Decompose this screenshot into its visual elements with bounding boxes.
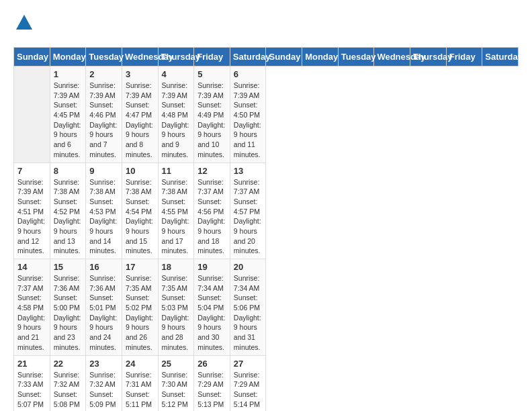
- day-info: Sunrise: 7:29 AMSunset: 5:13 PMDaylight:…: [197, 370, 226, 412]
- day-cell: 27Sunrise: 7:29 AMSunset: 5:14 PMDayligh…: [230, 355, 266, 411]
- day-cell: 21Sunrise: 7:33 AMSunset: 5:07 PMDayligh…: [14, 355, 50, 411]
- day-number: 11: [162, 166, 191, 176]
- day-number: 18: [162, 262, 191, 272]
- day-info: Sunrise: 7:34 AMSunset: 5:06 PMDaylight:…: [234, 273, 263, 353]
- page-header: [13, 13, 519, 36]
- day-cell: 16Sunrise: 7:36 AMSunset: 5:01 PMDayligh…: [86, 259, 122, 356]
- day-number: 25: [162, 359, 191, 369]
- day-info: Sunrise: 7:39 AMSunset: 4:49 PMDaylight:…: [197, 81, 226, 160]
- col-header-thursday: Thursday: [158, 48, 194, 66]
- day-number: 5: [197, 69, 226, 79]
- col-header-monday: Monday: [50, 48, 86, 66]
- week-row-4: 21Sunrise: 7:33 AMSunset: 5:07 PMDayligh…: [14, 355, 519, 411]
- week-row-2: 7Sunrise: 7:39 AMSunset: 4:51 PMDaylight…: [14, 163, 519, 259]
- day-number: 19: [197, 262, 226, 272]
- col-header-sunday: Sunday: [266, 48, 302, 66]
- day-number: 17: [126, 262, 154, 272]
- day-info: Sunrise: 7:33 AMSunset: 5:07 PMDaylight:…: [17, 370, 46, 412]
- day-info: Sunrise: 7:30 AMSunset: 5:12 PMDaylight:…: [162, 370, 191, 412]
- header-row: SundayMondayTuesdayWednesdayThursdayFrid…: [14, 48, 519, 66]
- day-info: Sunrise: 7:39 AMSunset: 4:51 PMDaylight:…: [17, 177, 46, 257]
- day-number: 4: [162, 69, 191, 79]
- day-info: Sunrise: 7:39 AMSunset: 4:47 PMDaylight:…: [126, 81, 154, 160]
- day-cell: 2Sunrise: 7:39 AMSunset: 4:46 PMDaylight…: [86, 66, 122, 163]
- day-number: 16: [89, 262, 118, 272]
- day-cell: 20Sunrise: 7:34 AMSunset: 5:06 PMDayligh…: [230, 259, 266, 356]
- col-header-monday: Monday: [302, 48, 339, 66]
- day-number: 6: [234, 69, 263, 79]
- week-row-3: 14Sunrise: 7:37 AMSunset: 4:58 PMDayligh…: [14, 259, 519, 356]
- day-cell: 11Sunrise: 7:38 AMSunset: 4:55 PMDayligh…: [158, 163, 194, 259]
- col-header-thursday: Thursday: [410, 48, 447, 66]
- col-header-friday: Friday: [194, 48, 230, 66]
- day-number: 15: [54, 262, 83, 272]
- day-number: 27: [234, 359, 263, 369]
- day-number: 7: [17, 166, 46, 176]
- logo-icon: [15, 13, 34, 32]
- day-cell: 4Sunrise: 7:39 AMSunset: 4:48 PMDaylight…: [158, 66, 194, 163]
- day-info: Sunrise: 7:39 AMSunset: 4:46 PMDaylight:…: [89, 81, 118, 160]
- day-info: Sunrise: 7:32 AMSunset: 5:08 PMDaylight:…: [54, 370, 83, 412]
- day-cell: 13Sunrise: 7:37 AMSunset: 4:57 PMDayligh…: [230, 163, 266, 259]
- day-cell: 26Sunrise: 7:29 AMSunset: 5:13 PMDayligh…: [194, 355, 230, 411]
- day-cell: 8Sunrise: 7:38 AMSunset: 4:52 PMDaylight…: [50, 163, 86, 259]
- day-cell: 9Sunrise: 7:38 AMSunset: 4:53 PMDaylight…: [86, 163, 122, 259]
- day-info: Sunrise: 7:39 AMSunset: 4:45 PMDaylight:…: [54, 81, 83, 160]
- day-cell: 12Sunrise: 7:37 AMSunset: 4:56 PMDayligh…: [194, 163, 230, 259]
- day-number: 3: [126, 69, 154, 79]
- col-header-friday: Friday: [446, 48, 482, 66]
- day-number: 13: [234, 166, 263, 176]
- day-number: 2: [89, 69, 118, 79]
- col-header-sunday: Sunday: [14, 48, 50, 66]
- day-number: 26: [197, 359, 226, 369]
- day-cell: 3Sunrise: 7:39 AMSunset: 4:47 PMDaylight…: [122, 66, 158, 163]
- col-header-saturday: Saturday: [482, 48, 519, 66]
- day-info: Sunrise: 7:37 AMSunset: 4:57 PMDaylight:…: [234, 177, 263, 257]
- day-number: 10: [126, 166, 154, 176]
- day-cell: 19Sunrise: 7:34 AMSunset: 5:04 PMDayligh…: [194, 259, 230, 356]
- col-header-tuesday: Tuesday: [86, 48, 122, 66]
- day-info: Sunrise: 7:39 AMSunset: 4:50 PMDaylight:…: [234, 81, 263, 160]
- day-cell: 6Sunrise: 7:39 AMSunset: 4:50 PMDaylight…: [230, 66, 266, 163]
- day-info: Sunrise: 7:38 AMSunset: 4:52 PMDaylight:…: [54, 177, 83, 257]
- day-info: Sunrise: 7:32 AMSunset: 5:09 PMDaylight:…: [89, 370, 118, 412]
- day-number: 21: [17, 359, 46, 369]
- day-number: 23: [89, 359, 118, 369]
- svg-marker-0: [16, 15, 32, 30]
- day-info: Sunrise: 7:34 AMSunset: 5:04 PMDaylight:…: [197, 273, 226, 353]
- day-info: Sunrise: 7:37 AMSunset: 4:58 PMDaylight:…: [17, 273, 46, 353]
- day-cell: 18Sunrise: 7:35 AMSunset: 5:03 PMDayligh…: [158, 259, 194, 356]
- col-header-wednesday: Wednesday: [122, 48, 158, 66]
- day-number: 12: [197, 166, 226, 176]
- day-number: 20: [234, 262, 263, 272]
- day-cell: 22Sunrise: 7:32 AMSunset: 5:08 PMDayligh…: [50, 355, 86, 411]
- col-header-saturday: Saturday: [230, 48, 266, 66]
- day-cell: 23Sunrise: 7:32 AMSunset: 5:09 PMDayligh…: [86, 355, 122, 411]
- week-row-1: 1Sunrise: 7:39 AMSunset: 4:45 PMDaylight…: [14, 66, 519, 163]
- day-number: 9: [89, 166, 118, 176]
- day-cell: 14Sunrise: 7:37 AMSunset: 4:58 PMDayligh…: [14, 259, 50, 356]
- day-info: Sunrise: 7:35 AMSunset: 5:03 PMDaylight:…: [162, 273, 191, 353]
- day-info: Sunrise: 7:39 AMSunset: 4:48 PMDaylight:…: [162, 81, 191, 160]
- day-number: 22: [54, 359, 83, 369]
- logo: [13, 13, 34, 36]
- day-info: Sunrise: 7:38 AMSunset: 4:53 PMDaylight:…: [89, 177, 118, 257]
- day-info: Sunrise: 7:37 AMSunset: 4:56 PMDaylight:…: [197, 177, 226, 257]
- col-header-tuesday: Tuesday: [338, 48, 374, 66]
- calendar-table: SundayMondayTuesdayWednesdayThursdayFrid…: [13, 47, 519, 411]
- day-info: Sunrise: 7:31 AMSunset: 5:11 PMDaylight:…: [126, 370, 154, 412]
- day-cell: 5Sunrise: 7:39 AMSunset: 4:49 PMDaylight…: [194, 66, 230, 163]
- day-number: 1: [54, 69, 83, 79]
- day-cell: 10Sunrise: 7:38 AMSunset: 4:54 PMDayligh…: [122, 163, 158, 259]
- day-cell: 24Sunrise: 7:31 AMSunset: 5:11 PMDayligh…: [122, 355, 158, 411]
- day-cell: 15Sunrise: 7:36 AMSunset: 5:00 PMDayligh…: [50, 259, 86, 356]
- day-cell: [14, 66, 50, 163]
- day-info: Sunrise: 7:36 AMSunset: 5:00 PMDaylight:…: [54, 273, 83, 353]
- day-number: 14: [17, 262, 46, 272]
- day-info: Sunrise: 7:38 AMSunset: 4:54 PMDaylight:…: [126, 177, 154, 257]
- day-info: Sunrise: 7:38 AMSunset: 4:55 PMDaylight:…: [162, 177, 191, 257]
- day-cell: 1Sunrise: 7:39 AMSunset: 4:45 PMDaylight…: [50, 66, 86, 163]
- day-cell: 7Sunrise: 7:39 AMSunset: 4:51 PMDaylight…: [14, 163, 50, 259]
- day-info: Sunrise: 7:35 AMSunset: 5:02 PMDaylight:…: [126, 273, 154, 353]
- day-cell: 17Sunrise: 7:35 AMSunset: 5:02 PMDayligh…: [122, 259, 158, 356]
